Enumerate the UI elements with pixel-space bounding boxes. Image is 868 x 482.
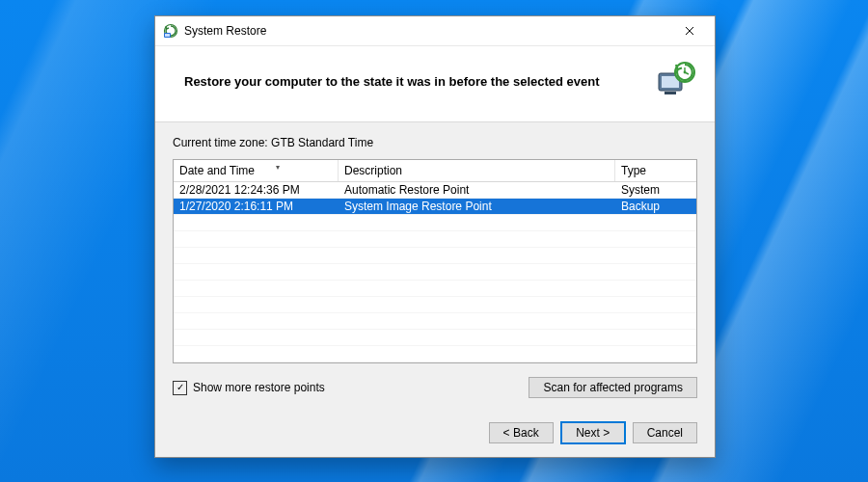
system-restore-dialog: System Restore Restore your computer to … bbox=[154, 15, 716, 458]
empty-row bbox=[174, 297, 696, 313]
table-row[interactable]: 1/27/2020 2:16:11 PMSystem Image Restore… bbox=[174, 199, 696, 215]
svg-rect-5 bbox=[665, 92, 676, 94]
next-button[interactable]: Next > bbox=[561, 422, 625, 443]
restore-hero-icon bbox=[655, 60, 697, 102]
cell-datetime: 2/28/2021 12:24:36 PM bbox=[174, 183, 338, 197]
close-button[interactable] bbox=[670, 20, 709, 41]
empty-row bbox=[174, 248, 696, 264]
empty-row bbox=[174, 313, 696, 330]
column-header-datetime[interactable]: Date and Time ▾ bbox=[174, 160, 339, 181]
empty-row bbox=[174, 346, 696, 362]
show-more-checkbox[interactable]: ✓ Show more restore points bbox=[173, 381, 325, 395]
cell-type: Backup bbox=[614, 200, 696, 213]
checkbox-box: ✓ bbox=[173, 381, 187, 395]
dialog-header: Restore your computer to the state it wa… bbox=[155, 46, 715, 122]
column-header-type-label: Type bbox=[621, 164, 646, 177]
empty-row bbox=[174, 215, 696, 231]
dialog-footer: < Back Next > Cancel bbox=[155, 410, 715, 457]
empty-row bbox=[174, 362, 696, 363]
cell-description: System Image Restore Point bbox=[338, 200, 614, 213]
table-body: 2/28/2021 12:24:36 PMAutomatic Restore P… bbox=[174, 182, 696, 363]
restore-points-table: Date and Time ▾ Description Type 2/28/20… bbox=[173, 159, 697, 363]
scan-affected-programs-button[interactable]: Scan for affected programs bbox=[529, 377, 697, 398]
column-header-type[interactable]: Type bbox=[615, 160, 696, 181]
sort-descending-icon: ▾ bbox=[276, 163, 280, 172]
empty-row bbox=[174, 281, 696, 297]
titlebar[interactable]: System Restore bbox=[155, 16, 715, 46]
empty-row bbox=[174, 330, 696, 346]
svg-rect-2 bbox=[165, 34, 170, 37]
below-table-controls: ✓ Show more restore points Scan for affe… bbox=[173, 377, 697, 398]
dialog-body: Current time zone: GTB Standard Time Dat… bbox=[155, 122, 715, 410]
cell-datetime: 1/27/2020 2:16:11 PM bbox=[174, 200, 338, 213]
table-header: Date and Time ▾ Description Type bbox=[174, 160, 696, 182]
cell-type: System bbox=[614, 183, 696, 197]
empty-row bbox=[174, 231, 696, 248]
column-header-datetime-label: Date and Time bbox=[179, 164, 255, 177]
column-header-description[interactable]: Description bbox=[339, 160, 615, 181]
cell-description: Automatic Restore Point bbox=[338, 183, 614, 197]
timezone-label: Current time zone: GTB Standard Time bbox=[173, 136, 697, 149]
system-restore-icon bbox=[163, 23, 178, 39]
headline-text: Restore your computer to the state it wa… bbox=[184, 74, 655, 89]
check-icon: ✓ bbox=[176, 383, 184, 392]
back-button[interactable]: < Back bbox=[489, 422, 554, 443]
show-more-label: Show more restore points bbox=[193, 381, 325, 394]
table-row[interactable]: 2/28/2021 12:24:36 PMAutomatic Restore P… bbox=[174, 182, 696, 199]
cancel-button[interactable]: Cancel bbox=[633, 422, 697, 443]
empty-row bbox=[174, 264, 696, 281]
desktop-wallpaper: System Restore Restore your computer to … bbox=[0, 0, 868, 482]
column-header-description-label: Description bbox=[344, 164, 402, 177]
window-title: System Restore bbox=[184, 24, 670, 38]
